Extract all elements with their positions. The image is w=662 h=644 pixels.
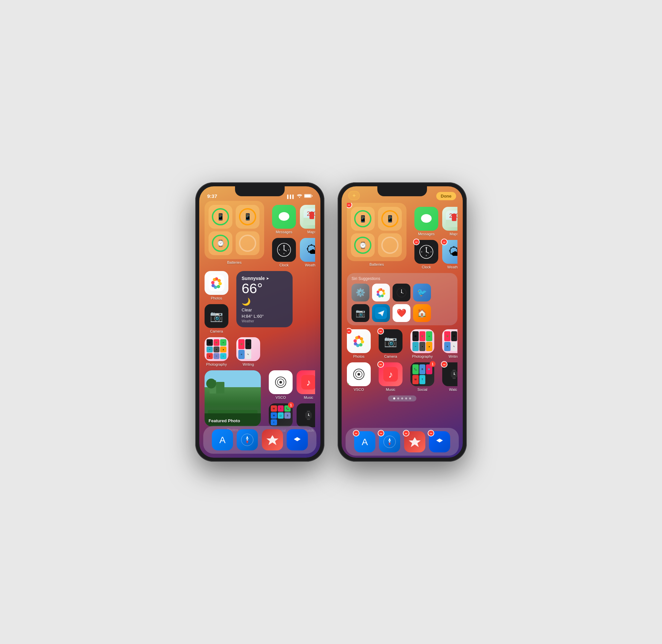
home-content-edit: − 📱 📱 ⌚	[342, 203, 463, 458]
siri-apps-grid: ⚙️	[351, 284, 453, 301]
edit-weather-app[interactable]: − 🌤 Weather	[442, 240, 457, 269]
edit-vsco-label: VSCO	[353, 388, 364, 391]
scroll-area-edit: − 📱 📱 ⌚	[347, 203, 457, 458]
siri-home[interactable]: 🏠	[413, 304, 431, 322]
appstore-dock[interactable]: A	[212, 429, 233, 451]
siri-photos[interactable]	[372, 284, 390, 301]
svg-point-31	[279, 381, 282, 384]
dock-edit: − A −	[346, 428, 459, 456]
svg-rect-95	[453, 377, 456, 379]
batteries-widget-edit[interactable]: 📱 📱 ⌚	[347, 203, 407, 261]
svg-point-22	[217, 285, 220, 288]
edit-photography-wrap: ▦ 🦋 ∞ ≈ ● ▲ Photography	[410, 329, 434, 359]
siri-health[interactable]: ❤️	[393, 304, 410, 322]
svg-point-0	[299, 197, 300, 198]
edit-photography-label: Photography	[412, 354, 433, 359]
svg-text:6: 6	[426, 254, 427, 256]
weather-widget[interactable]: Sunnyvale ➤ 66° 🌙 Clear H:84° L:60° Weat…	[236, 271, 293, 327]
featured-photo-widget[interactable]: Featured Photo	[205, 370, 261, 427]
siri-title: Siri Suggestions	[351, 276, 453, 281]
maps-label: Maps	[307, 230, 315, 234]
edit-vsco-app[interactable]: ● VSCO	[347, 362, 371, 391]
edit-photos-label: Photos	[353, 354, 364, 359]
edit-writing-wrap: 🦋 B ≋ ✎ Writing	[442, 329, 457, 359]
weather-delete-btn[interactable]: −	[441, 238, 448, 245]
edit-photography-folder[interactable]: ▦ 🦋 ∞ ≈ ● ▲ Photography	[410, 329, 434, 359]
edit-maps-icon: 280	[442, 207, 457, 231]
edit-social-label: Social	[417, 388, 427, 391]
music-label: Music	[304, 395, 314, 399]
empty-ring	[239, 235, 256, 252]
edit-battery-phone2: 📱	[378, 207, 402, 231]
edit-messages-icon	[414, 207, 438, 231]
phone2-battery-ring: 📱	[239, 208, 256, 225]
svg-rect-35	[307, 411, 310, 412]
siri-telegram[interactable]	[372, 304, 390, 322]
weather-temp: 66°	[242, 281, 287, 296]
svg-point-70	[379, 291, 383, 294]
row-2: Photos 📷 Camera Sunnyv	[205, 271, 315, 333]
social-badge: 1	[288, 402, 294, 408]
messages-label: Messages	[276, 230, 292, 234]
phone-normal-screen: 9:37 ▌▌▌	[199, 186, 320, 458]
svg-rect-94	[453, 370, 456, 371]
svg-marker-102	[388, 438, 391, 441]
spark-delete-btn[interactable]: −	[403, 430, 409, 437]
appstore-delete-btn[interactable]: −	[353, 430, 360, 437]
done-button[interactable]: Done	[436, 192, 456, 200]
row-3: ▦ 🦋 ∞ ≈ ● ▲ ♦ □ ○ Photography	[205, 337, 315, 366]
vsco-app[interactable]: VSCO	[269, 370, 293, 399]
dropbox-dock[interactable]	[287, 429, 308, 451]
camera-delete-btn[interactable]: −	[377, 328, 384, 335]
batteries-label: Batteries	[227, 260, 241, 264]
edit-writing-folder[interactable]: 🦋 B ≋ ✎ Writing	[442, 329, 457, 359]
music-app[interactable]: ♪ Music	[297, 370, 315, 399]
siri-settings[interactable]: ⚙️	[351, 284, 369, 301]
safari-dock[interactable]	[237, 429, 258, 451]
siri-camera[interactable]: 📷	[351, 304, 369, 322]
writing-label: Writing	[243, 362, 254, 366]
weather-widget-label: Weather	[242, 319, 287, 323]
writing-folder[interactable]: 🦋 B ≋ ✎ Writing	[236, 337, 260, 366]
batteries-widget[interactable]: 📱 📱 ⌚	[205, 201, 264, 259]
svg-point-27	[214, 281, 219, 285]
weather-app-top[interactable]: 🌤 Weather	[300, 238, 315, 267]
photos-app[interactable]: Photos	[205, 271, 228, 300]
edit-row-3: −	[347, 329, 457, 359]
music-icon: ♪	[297, 370, 315, 394]
svg-rect-53	[452, 214, 456, 221]
edit-writing-icon: 🦋 B ≋ ✎	[442, 329, 457, 353]
weather-icon-top: 🌤	[300, 238, 315, 262]
maps-app[interactable]: 280 Maps	[300, 205, 315, 234]
scroll-area: 📱 📱 ⌚ Batteries	[205, 201, 315, 458]
spark-dock[interactable]	[262, 429, 283, 451]
edit-dot-3	[401, 397, 403, 399]
svg-point-65	[381, 295, 384, 297]
camera-app[interactable]: 📷 Camera	[205, 304, 228, 333]
siri-tweetbot[interactable]: 🐦	[413, 284, 431, 301]
edit-clock-app[interactable]: − 6 12 9	[414, 240, 438, 269]
edit-camera-label: Camera	[384, 354, 397, 359]
edit-photography-icon: ▦ 🦋 ∞ ≈ ● ▲	[410, 329, 434, 353]
watch-delete-btn[interactable]: −	[441, 361, 448, 368]
svg-text:12: 12	[425, 247, 428, 249]
edit-messages-app[interactable]: Messages	[414, 207, 438, 236]
photography-folder[interactable]: ▦ 🦋 ∞ ≈ ● ▲ ♦ □ ○ Photography	[205, 337, 228, 366]
svg-text:3: 3	[288, 249, 289, 251]
siri-watchface[interactable]	[393, 284, 410, 301]
messages-app[interactable]: Messages	[272, 205, 296, 234]
edit-social-folder[interactable]: 1 📞 B 🐦 W T Social	[410, 362, 434, 391]
clock-app[interactable]: 6 12 9 3 Clock	[272, 238, 296, 267]
siri-apps-row2: 📷 ❤️ 🏠	[351, 304, 453, 322]
battery-watch-cell: ⌚	[208, 231, 232, 255]
clock-delete-btn[interactable]: −	[413, 238, 420, 245]
edit-page-dots-pill	[388, 395, 416, 401]
svg-text:♪: ♪	[388, 369, 393, 380]
add-widget-button[interactable]: +	[348, 191, 360, 200]
edit-maps-app[interactable]: 280 Maps	[442, 207, 457, 236]
phone-edit-screen: + Done − 📱	[342, 186, 463, 458]
edit-vsco-icon	[347, 362, 371, 386]
svg-text:9: 9	[421, 251, 423, 253]
music-delete-btn[interactable]: −	[377, 361, 384, 368]
weather-city: Sunnyvale ➤	[242, 276, 287, 281]
